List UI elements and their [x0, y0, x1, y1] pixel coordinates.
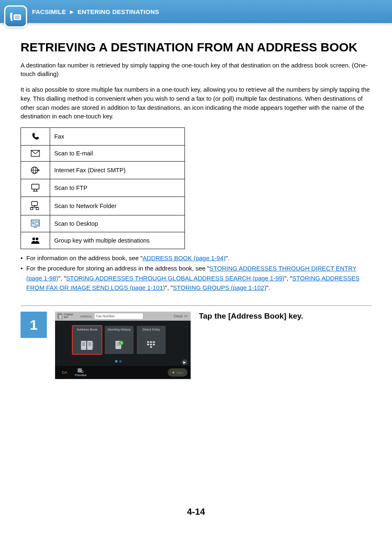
svg-rect-48 [153, 341, 155, 343]
mode-label: Group key with multiple destinations [50, 232, 185, 249]
original-size: A4 [64, 316, 73, 319]
link-address-book[interactable]: ADDRESS BOOK (page 1-94) [143, 254, 226, 261]
reference-list: • For information on the address book, s… [21, 253, 371, 292]
mode-icon-table: Fax Scan to E-mail Internet Fax (Direc [21, 127, 185, 249]
svg-rect-38 [92, 342, 94, 344]
detail-button[interactable]: Detail [174, 314, 188, 318]
svg-point-26 [32, 238, 35, 240]
svg-rect-52 [150, 346, 152, 348]
diamond-icon [172, 371, 175, 374]
email-icon [21, 146, 50, 162]
original-size-indicator: Original A4 [58, 313, 73, 319]
arrow-right-icon [184, 314, 188, 318]
svg-rect-8 [32, 184, 39, 189]
table-row: Fax [21, 128, 185, 146]
svg-rect-16 [36, 208, 39, 210]
mode-label: Scan to E-mail [50, 146, 185, 162]
intro-paragraph-1: A destination fax number is retrieved by… [21, 61, 371, 79]
svg-rect-46 [147, 341, 149, 343]
touch-panel-screenshot: Original A4 Address Fax Number Detail [55, 312, 191, 379]
svg-line-55 [83, 372, 84, 373]
bullet-icon: • [21, 253, 26, 263]
svg-rect-56 [172, 371, 175, 374]
table-row: Scan to Desktop [21, 215, 185, 232]
svg-point-27 [36, 238, 38, 240]
sending-history-icon [111, 339, 127, 352]
ref-text: ", " [284, 275, 292, 282]
table-row: Internet Fax (Direct SMTP) [21, 162, 185, 179]
svg-rect-50 [150, 344, 152, 345]
direct-entry-button[interactable]: Direct Entry [136, 326, 166, 354]
link-global-search[interactable]: STORING ADDRESSES THROUGH GLOBAL ADDRESS… [66, 275, 285, 282]
address-book-icon [79, 339, 95, 352]
group-icon [21, 232, 50, 249]
next-page-button[interactable]: ▶ [182, 359, 187, 365]
breadcrumb-section[interactable]: FACSIMILE [32, 8, 66, 15]
svg-rect-12 [32, 201, 37, 206]
table-row: Group key with multiple destinations [21, 232, 185, 249]
step-separator [21, 305, 371, 306]
ref-text: ", " [58, 275, 66, 282]
step-number: 1 [21, 312, 47, 338]
bullet-icon: • [21, 264, 26, 292]
svg-rect-51 [153, 344, 155, 345]
desktop-icon [21, 215, 50, 232]
internet-fax-icon [21, 162, 50, 179]
ref-text: For the procedure for storing an address… [26, 265, 210, 272]
link-storing-groups[interactable]: STORING GROUPS (page 1-102) [173, 284, 266, 291]
svg-rect-40 [92, 347, 94, 348]
table-row: Scan to FTP [21, 179, 185, 197]
mode-label: Fax [50, 128, 185, 146]
svg-rect-15 [30, 208, 33, 210]
ca-button[interactable]: CA [58, 370, 71, 375]
page-title: RETRIEVING A DESTINATION FROM AN ADDRESS… [21, 39, 371, 55]
header-bar: FACSIMILE ► ENTERING DESTINATIONS [0, 0, 392, 23]
ref-text: ". [226, 254, 230, 261]
ftp-icon [21, 179, 50, 197]
page-dots: ▶ [55, 357, 191, 366]
svg-rect-29 [59, 314, 62, 319]
table-row: Scan to E-mail [21, 146, 185, 162]
step-instruction: Tap the [Address Book] key. [199, 312, 371, 321]
fax-number-placeholder: Fax Number [96, 314, 115, 318]
address-book-button[interactable]: Address Book [72, 326, 102, 354]
direct-entry-icon [143, 339, 159, 352]
svg-rect-24 [35, 222, 39, 225]
page-number: 4-14 [21, 506, 371, 517]
ref-text: ", " [165, 284, 173, 291]
address-label: Address [80, 314, 92, 318]
svg-rect-47 [150, 341, 152, 343]
svg-rect-49 [147, 344, 149, 345]
fax-icon [21, 128, 50, 146]
fax-number-field[interactable]: Fax Number [94, 313, 143, 319]
mode-label: Internet Fax (Direct SMTP) [50, 162, 185, 179]
mode-label: Scan to Network Folder [50, 197, 185, 215]
fax-mode-icon [4, 5, 27, 28]
table-row: Scan to Network Folder [21, 197, 185, 215]
mode-label: Scan to Desktop [50, 215, 185, 232]
ref-text: For information on the address book, see… [26, 254, 143, 261]
ref-text: ". [266, 284, 270, 291]
start-button[interactable]: Start [168, 368, 187, 377]
breadcrumb: FACSIMILE ► ENTERING DESTINATIONS [32, 8, 159, 15]
breadcrumb-arrow-icon: ► [69, 8, 75, 15]
breadcrumb-page[interactable]: ENTERING DESTINATIONS [78, 8, 159, 15]
sending-history-button[interactable]: Sending History [104, 326, 134, 354]
mode-label: Scan to FTP [50, 179, 185, 197]
svg-rect-39 [92, 345, 94, 346]
intro-paragraph-2: It is also possible to store multiple fa… [21, 85, 371, 121]
page-icon [58, 313, 62, 319]
preview-icon [77, 368, 84, 373]
preview-button[interactable]: Preview [75, 368, 86, 377]
network-folder-icon [21, 197, 50, 215]
